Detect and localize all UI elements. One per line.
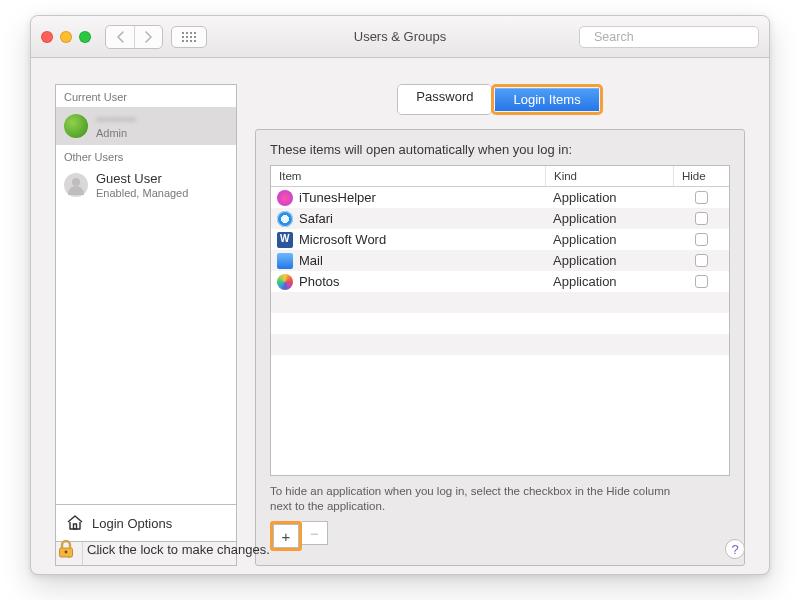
hide-checkbox[interactable]: [695, 275, 708, 288]
col-hide[interactable]: Hide: [673, 166, 729, 186]
current-user-header: Current User: [56, 85, 236, 107]
user-role-label: Admin: [96, 127, 137, 140]
table-row[interactable]: MailApplication: [271, 250, 729, 271]
user-row-guest[interactable]: Guest User Enabled, Managed: [56, 167, 236, 205]
nav-back-forward: [105, 25, 163, 49]
mail-app-icon: [277, 253, 293, 269]
window-controls: [41, 31, 91, 43]
table-header: Item Kind Hide: [271, 166, 729, 187]
item-kind: Application: [545, 232, 673, 247]
table-row: [271, 292, 729, 313]
tab-login-items-highlight: Login Items: [491, 84, 602, 115]
table-body: iTunesHelperApplicationSafariApplication…: [271, 187, 729, 475]
table-row: [271, 313, 729, 334]
user-row-current[interactable]: ——— Admin: [56, 107, 236, 145]
table-row[interactable]: PhotosApplication: [271, 271, 729, 292]
house-icon: [66, 514, 84, 532]
item-name: Photos: [299, 274, 339, 289]
item-kind: Application: [545, 190, 673, 205]
show-all-prefs-button[interactable]: [171, 26, 207, 48]
word-app-icon: W: [277, 232, 293, 248]
user-name-label: ———: [96, 112, 137, 127]
lock-text: Click the lock to make changes.: [87, 542, 270, 557]
sidebar: Current User ——— Admin Other Users Guest…: [55, 84, 237, 566]
item-name: Mail: [299, 253, 323, 268]
search-input[interactable]: [594, 30, 751, 44]
hide-checkbox[interactable]: [695, 254, 708, 267]
panel-title: These items will open automatically when…: [270, 142, 730, 157]
search-field[interactable]: [579, 26, 759, 48]
guest-avatar-icon: [64, 173, 88, 197]
hide-checkbox[interactable]: [695, 191, 708, 204]
user-role-label: Enabled, Managed: [96, 187, 188, 200]
safari-app-icon: [277, 211, 293, 227]
itunes-app-icon: [277, 190, 293, 206]
tab-password[interactable]: Password: [398, 85, 491, 114]
login-options-button[interactable]: Login Options: [56, 504, 236, 541]
login-options-label: Login Options: [92, 516, 172, 531]
body: Current User ——— Admin Other Users Guest…: [31, 58, 769, 574]
hide-checkbox[interactable]: [695, 233, 708, 246]
hide-checkbox[interactable]: [695, 212, 708, 225]
zoom-window-button[interactable]: [79, 31, 91, 43]
table-row[interactable]: iTunesHelperApplication: [271, 187, 729, 208]
hide-hint-text: To hide an application when you log in, …: [270, 484, 690, 515]
item-name: Safari: [299, 211, 333, 226]
svg-rect-2: [74, 524, 77, 529]
svg-point-4: [65, 551, 68, 554]
col-kind[interactable]: Kind: [545, 166, 673, 186]
user-name-label: Guest User: [96, 172, 188, 187]
user-avatar-icon: [64, 114, 88, 138]
nav-back-button[interactable]: [106, 26, 134, 48]
table-row: [271, 355, 729, 376]
close-window-button[interactable]: [41, 31, 53, 43]
col-item[interactable]: Item: [271, 166, 545, 186]
lock-icon[interactable]: [55, 538, 77, 560]
footer: Click the lock to make changes. ?: [55, 538, 745, 560]
tabs: Password Login Items: [255, 84, 745, 115]
item-kind: Application: [545, 211, 673, 226]
table-row: [271, 334, 729, 355]
table-row[interactable]: SafariApplication: [271, 208, 729, 229]
main-area: Password Login Items These items will op…: [255, 84, 745, 566]
minimize-window-button[interactable]: [60, 31, 72, 43]
photos-app-icon: [277, 274, 293, 290]
other-users-header: Other Users: [56, 145, 236, 167]
help-button[interactable]: ?: [725, 539, 745, 559]
users-list: Current User ——— Admin Other Users Guest…: [55, 84, 237, 542]
tab-login-items[interactable]: Login Items: [495, 88, 598, 111]
login-items-panel: These items will open automatically when…: [255, 129, 745, 566]
nav-forward-button[interactable]: [134, 26, 162, 48]
item-name: iTunesHelper: [299, 190, 376, 205]
prefs-window: Users & Groups Current User ——— Admin Ot…: [30, 15, 770, 575]
table-row[interactable]: WMicrosoft WordApplication: [271, 229, 729, 250]
login-items-table: Item Kind Hide iTunesHelperApplicationSa…: [270, 165, 730, 476]
item-kind: Application: [545, 253, 673, 268]
item-kind: Application: [545, 274, 673, 289]
item-name: Microsoft Word: [299, 232, 386, 247]
titlebar: Users & Groups: [31, 16, 769, 58]
